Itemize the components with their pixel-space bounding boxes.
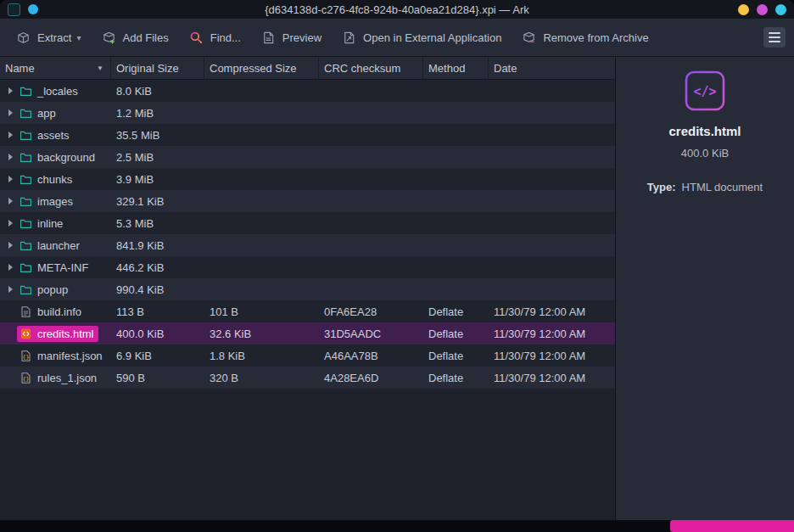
remove-from-archive-button[interactable]: Remove from Archive	[514, 25, 656, 50]
expand-arrow-icon[interactable]	[3, 132, 17, 138]
info-type-row: Type: HTML document	[647, 181, 763, 193]
column-header-original-size[interactable]: Original Size	[111, 57, 204, 79]
date-cell: 11/30/79 12:00 AM	[489, 350, 615, 362]
name-chip: app	[17, 105, 61, 121]
table-row[interactable]: chunks 3.9 MiB	[0, 168, 615, 190]
date-cell: 11/30/79 12:00 AM	[489, 305, 615, 318]
remove-from-archive-icon	[522, 31, 536, 45]
original-size-cell: 990.4 KiB	[111, 283, 204, 296]
entry-name: rules_1.json	[37, 372, 97, 384]
compressed-size-cell: 101 B	[204, 305, 319, 318]
name-chip: {} rules_1.json	[17, 370, 102, 386]
table-row[interactable]: inline 5.3 MiB	[0, 212, 615, 234]
table-row[interactable]: popup 990.4 KiB	[0, 278, 615, 300]
entry-name: popup	[37, 283, 68, 296]
close-button[interactable]	[775, 4, 786, 15]
status-dot-icon	[28, 4, 38, 14]
table-row[interactable]: images 329.1 KiB	[0, 190, 615, 212]
extract-button[interactable]: Extract ▾	[8, 25, 89, 50]
folder-icon	[20, 239, 32, 252]
name-cell: inline	[0, 216, 111, 232]
maximize-button[interactable]	[757, 4, 768, 15]
name-cell: _locales	[0, 83, 111, 99]
name-chip: credits.html	[17, 326, 98, 342]
original-size-cell: 2.5 MiB	[111, 151, 204, 164]
add-files-button[interactable]: Add Files	[94, 25, 176, 50]
table-row[interactable]: {} manifest.json 6.9 KiB 1.8 KiB A46AA78…	[0, 344, 615, 367]
expand-arrow-icon[interactable]	[3, 242, 17, 249]
name-chip: build.info	[17, 304, 87, 320]
expand-arrow-icon[interactable]	[3, 220, 17, 227]
entry-name: _locales	[37, 85, 78, 98]
file-info-panel: </> credits.html 400.0 KiB Type: HTML do…	[616, 57, 794, 520]
expand-arrow-icon[interactable]	[3, 264, 17, 271]
name-cell: {} rules_1.json	[0, 370, 111, 386]
entry-name: app	[37, 107, 56, 120]
info-file-icon	[20, 305, 32, 318]
entry-name: META-INF	[37, 261, 88, 274]
table-row[interactable]: _locales 8.0 KiB	[0, 80, 615, 102]
code-file-icon: </>	[684, 70, 726, 112]
ark-window: {d634138d-c276-4fc8-924b-40a0ea21d284}.x…	[0, 0, 794, 520]
html-file-icon	[20, 328, 32, 340]
table-row[interactable]: launcher 841.9 KiB	[0, 234, 615, 256]
find-button[interactable]: Find...	[182, 25, 249, 50]
menu-button[interactable]	[763, 27, 786, 48]
column-header-crc[interactable]: CRC checksum	[319, 57, 423, 79]
toolbar: Extract ▾ Add Files	[0, 19, 794, 56]
info-filename: credits.html	[668, 124, 741, 138]
expand-arrow-icon[interactable]	[3, 154, 17, 160]
folder-icon	[20, 195, 32, 208]
add-files-label: Add Files	[123, 31, 169, 44]
expand-arrow-icon[interactable]	[3, 109, 17, 116]
entry-name: manifest.json	[37, 350, 103, 362]
extract-archive-icon	[16, 31, 31, 45]
json-file-icon: {}	[20, 350, 32, 362]
name-cell: launcher	[0, 238, 111, 254]
column-header-name[interactable]: Name ▼	[0, 57, 111, 79]
main-content: Name ▼ Original Size Compressed Size CRC…	[0, 56, 794, 520]
open-external-button[interactable]: Open in External Application	[334, 25, 509, 50]
name-cell: chunks	[0, 171, 111, 188]
original-size-cell: 329.1 KiB	[111, 195, 204, 208]
crc-cell: 4A28EA6D	[319, 372, 423, 384]
entry-name: chunks	[37, 173, 72, 186]
expand-arrow-icon[interactable]	[3, 286, 17, 293]
json-file-icon: {}	[20, 372, 32, 384]
extract-label: Extract	[37, 31, 71, 44]
preview-button[interactable]: Preview	[254, 25, 329, 50]
folder-icon	[20, 173, 32, 186]
minimize-button[interactable]	[738, 4, 749, 15]
column-header-method[interactable]: Method	[423, 57, 489, 79]
svg-text:{}: {}	[23, 375, 30, 382]
compressed-size-cell: 320 B	[204, 372, 319, 384]
name-cell: build.info	[0, 304, 111, 320]
active-task-segment[interactable]	[670, 520, 794, 532]
name-cell: background	[0, 149, 111, 165]
table-row[interactable]: credits.html 400.0 KiB 32.6 KiB 31D5AADC…	[0, 322, 615, 344]
table-row[interactable]: app 1.2 MiB	[0, 102, 615, 124]
original-size-cell: 446.2 KiB	[111, 261, 204, 274]
table-row[interactable]: assets 35.5 MiB	[0, 124, 615, 146]
table-row[interactable]: META-INF 446.2 KiB	[0, 256, 615, 278]
column-header-date[interactable]: Date	[489, 57, 615, 79]
table-row[interactable]: build.info 113 B 101 B 0FA6EA28 Deflate …	[0, 300, 615, 322]
method-cell: Deflate	[423, 305, 489, 318]
name-chip: _locales	[17, 83, 83, 99]
method-cell: Deflate	[423, 350, 489, 362]
expand-arrow-icon[interactable]	[3, 198, 17, 204]
original-size-cell: 6.9 KiB	[111, 350, 204, 362]
expand-arrow-icon[interactable]	[3, 176, 17, 182]
table-row[interactable]: {} rules_1.json 590 B 320 B 4A28EA6D Def…	[0, 367, 615, 389]
folder-icon	[20, 107, 32, 120]
info-type-label: Type:	[647, 181, 676, 193]
method-cell: Deflate	[423, 372, 489, 384]
entry-name: credits.html	[37, 328, 93, 340]
search-icon	[189, 31, 204, 45]
column-header-compressed-size[interactable]: Compressed Size	[204, 57, 319, 79]
svg-text:</>: </>	[693, 84, 716, 99]
table-row[interactable]: background 2.5 MiB	[0, 146, 615, 168]
entry-name: background	[37, 151, 95, 164]
expand-arrow-icon[interactable]	[3, 87, 17, 94]
original-size-cell: 35.5 MiB	[111, 129, 204, 142]
